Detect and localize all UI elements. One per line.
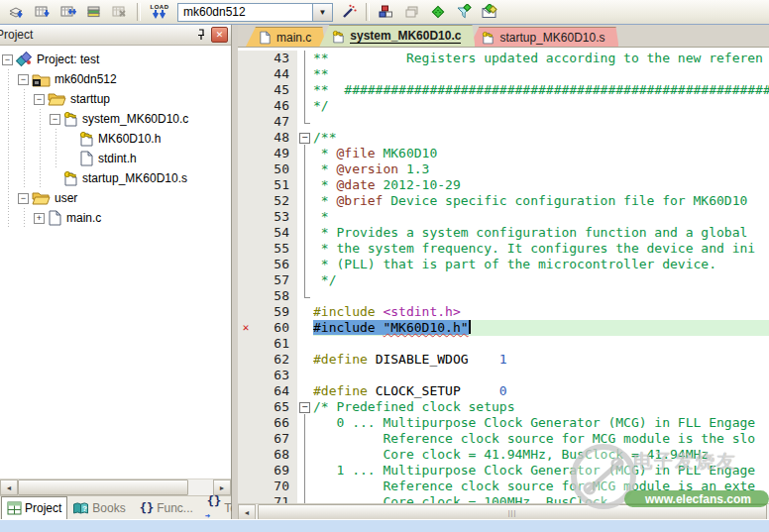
error-marker-icon: ✕ <box>238 320 254 336</box>
status-bar <box>0 519 769 532</box>
project-icon <box>16 52 33 67</box>
code-line-58[interactable]: 58 <box>238 288 769 304</box>
code-text <box>313 114 769 130</box>
editor-hscrollbar[interactable]: ◄ ||| <box>238 503 769 520</box>
tree-expander-icon[interactable]: + <box>34 213 45 224</box>
code-line-47[interactable]: 47 <box>238 114 769 130</box>
code-view[interactable]: 43** Registers updated according to the … <box>238 48 769 503</box>
code-text <box>313 368 769 383</box>
line-number: 53 <box>254 209 297 225</box>
fold-margin <box>297 225 313 241</box>
code-line-68[interactable]: 68 Core clock = 41.94MHz, BusClock = 41.… <box>238 447 769 463</box>
code-line-44[interactable]: 44** <box>238 66 769 82</box>
tree-indent-guide <box>16 109 32 129</box>
fold-collapse-icon[interactable] <box>297 399 313 415</box>
gutter-margin <box>238 98 254 114</box>
code-line-66[interactable]: 66 0 ... Multipurpose Clock Generator (M… <box>238 415 769 431</box>
tree-expander-icon[interactable]: − <box>18 74 29 85</box>
code-line-56[interactable]: 56 * (PLL) that is part of the microcont… <box>238 257 769 272</box>
code-line-49[interactable]: 49 * @file MK60D10 <box>238 146 769 161</box>
tree-item-mk60d10-h[interactable]: MK60D10.h <box>0 129 231 149</box>
panel-tab-project[interactable]: Project <box>1 496 67 521</box>
gutter-margin <box>238 146 254 161</box>
code-line-71[interactable]: 71 Core clock = 100MHz, BusClock <box>238 494 769 503</box>
code-line-69[interactable]: 69 1 ... Multipurpose Clock Generator (M… <box>238 463 769 479</box>
envelope-diamond-icon[interactable] <box>477 1 502 24</box>
build-icon[interactable] <box>30 1 55 24</box>
line-number: 43 <box>254 51 297 66</box>
code-line-59[interactable]: 59#include <stdint.h> <box>238 304 769 320</box>
tree-expander-icon[interactable]: − <box>50 114 60 125</box>
batch-build-icon[interactable] <box>81 1 107 24</box>
code-line-52[interactable]: 52 * @brief Device specific configuratio… <box>238 193 769 209</box>
panel-tab-books[interactable]: ?Books <box>67 498 130 519</box>
filter-funnel-icon[interactable] <box>451 1 477 24</box>
code-line-43[interactable]: 43** Registers updated according to the … <box>238 51 769 66</box>
fold-margin <box>297 177 313 193</box>
scroll-track[interactable]: ||| <box>256 504 769 520</box>
scroll-left-icon[interactable]: ◄ <box>0 479 18 495</box>
load-download-icon[interactable]: LOAD <box>145 1 174 24</box>
scroll-right-icon[interactable]: ► <box>213 479 231 495</box>
editor-tab-main-c[interactable]: main.c <box>246 27 325 47</box>
scroll-thumb[interactable] <box>18 479 188 495</box>
code-line-46[interactable]: 46*/ <box>238 98 769 114</box>
close-panel-icon[interactable]: ✕ <box>211 27 228 43</box>
editor-tab-bar: main.csystem_MK60D10.cstartup_MK60D10.s <box>238 25 769 48</box>
code-text: Core clock = 41.94MHz, BusClock = 41.94M… <box>313 447 769 463</box>
editor-tab-startup-mk60d10-s[interactable]: startup_MK60D10.s <box>469 27 618 47</box>
line-number: 48 <box>254 130 297 146</box>
code-line-55[interactable]: 55 * the system frequency. It configures… <box>238 241 769 257</box>
line-number: 63 <box>254 368 297 383</box>
tree-item-stdint-h[interactable]: stdint.h <box>0 149 231 168</box>
tree-item-starttup[interactable]: −starttup <box>0 89 231 109</box>
pin-icon[interactable] <box>193 28 208 42</box>
translate-file-icon[interactable] <box>4 1 30 24</box>
options-wand-icon[interactable] <box>336 1 362 24</box>
code-line-57[interactable]: 57 */ <box>238 272 769 288</box>
tree-item-system-mk60d10-c[interactable]: −system_MK60D10.c <box>0 109 231 129</box>
code-line-65[interactable]: 65/* Predefined clock setups <box>238 399 769 415</box>
code-line-60[interactable]: ✕60#include "MK60D10.h" <box>238 320 769 336</box>
code-line-63[interactable]: 63 <box>238 368 769 383</box>
manage-components-icon[interactable] <box>374 1 399 24</box>
scroll-thumb[interactable]: ||| <box>258 504 767 520</box>
target-selector-value[interactable]: mk60dn512 <box>177 3 312 22</box>
code-line-53[interactable]: 53 * <box>238 209 769 225</box>
tree-item-main-c[interactable]: +main.c <box>0 208 231 228</box>
code-line-45[interactable]: 45** ###################################… <box>238 82 769 98</box>
tree-expander-icon[interactable]: − <box>34 94 45 105</box>
gutter-margin <box>238 447 254 463</box>
rebuild-icon[interactable] <box>55 1 81 24</box>
project-panel-hscrollbar[interactable]: ◄ ► <box>0 479 231 495</box>
code-line-64[interactable]: 64#define CLOCK_SETUP 0 <box>238 383 769 399</box>
scroll-left-icon[interactable]: ◄ <box>238 504 256 520</box>
code-line-70[interactable]: 70 Reference clock source for MCG module… <box>238 479 769 494</box>
fold-margin <box>297 161 313 177</box>
code-line-67[interactable]: 67 Reference clock source for MCG module… <box>238 431 769 447</box>
code-line-50[interactable]: 50 * @version 1.3 <box>238 161 769 177</box>
target-selector-dropdown-icon[interactable]: ▼ <box>312 3 333 22</box>
tree-item-user[interactable]: −user <box>0 188 231 208</box>
scroll-track[interactable] <box>18 479 213 495</box>
tree-item-startup-mk60d10-s[interactable]: startup_MK60D10.s <box>0 168 231 188</box>
tree-item-project-test[interactable]: −Project: test <box>0 50 231 69</box>
panel-tab-func[interactable]: {}Func... <box>135 498 198 519</box>
code-line-51[interactable]: 51 * @date 2012-10-29 <box>238 177 769 193</box>
code-line-54[interactable]: 54 * Provides a system configuration fun… <box>238 225 769 241</box>
code-line-61[interactable]: 61 <box>238 336 769 352</box>
code-line-48[interactable]: 48/** <box>238 130 769 146</box>
line-number: 60 <box>254 320 297 336</box>
target-selector[interactable]: mk60dn512 ▼ <box>177 3 333 22</box>
gutter-margin <box>238 130 254 146</box>
code-line-62[interactable]: 62#define DISABLE_WDOG 1 <box>238 352 769 368</box>
editor-tab-system-mk60d10-c[interactable]: system_MK60D10.c <box>319 25 475 47</box>
tree-spacer <box>65 154 76 164</box>
tree-expander-icon[interactable]: − <box>2 54 13 65</box>
tree-item-mk60dn512[interactable]: −mk60dn512 <box>0 69 231 89</box>
tree-expander-icon[interactable]: − <box>18 193 29 204</box>
panel-tab-label: Project <box>25 501 61 515</box>
green-diamond-icon[interactable] <box>425 1 451 24</box>
fold-collapse-icon[interactable] <box>297 130 313 146</box>
file-icon <box>48 210 62 226</box>
